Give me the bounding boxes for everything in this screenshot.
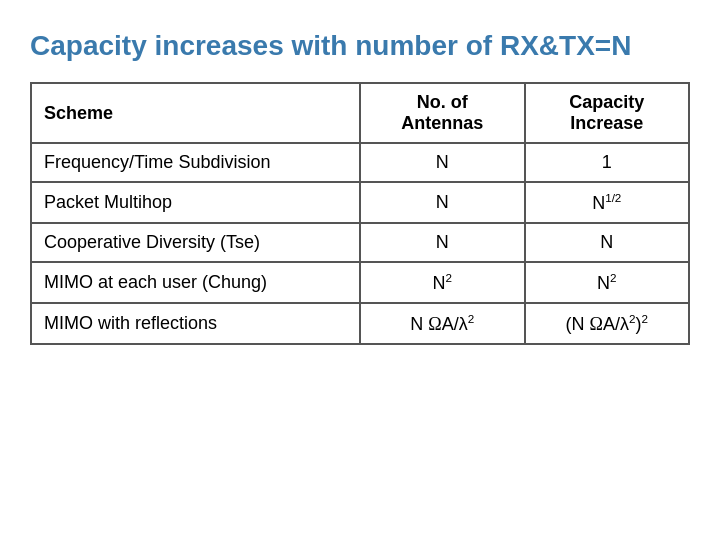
antennas-cell: N2 [360, 262, 525, 303]
header-capacity: CapacityIncrease [525, 83, 690, 143]
header-antennas: No. ofAntennas [360, 83, 525, 143]
table-row: MIMO at each user (Chung) N2 N2 [31, 262, 689, 303]
scheme-cell: Packet Multihop [31, 182, 360, 223]
table-wrapper: Scheme No. ofAntennas CapacityIncrease F… [30, 82, 690, 520]
antennas-cell: N [360, 223, 525, 262]
antennas-cell: N ΩA/λ2 [360, 303, 525, 344]
table-row: Cooperative Diversity (Tse) N N [31, 223, 689, 262]
antennas-cell: N [360, 182, 525, 223]
antennas-cell: N [360, 143, 525, 182]
table-row: MIMO with reflections N ΩA/λ2 (N ΩA/λ2)2 [31, 303, 689, 344]
table-row: Packet Multihop N N1/2 [31, 182, 689, 223]
scheme-cell: Frequency/Time Subdivision [31, 143, 360, 182]
table-row: Frequency/Time Subdivision N 1 [31, 143, 689, 182]
scheme-cell: MIMO at each user (Chung) [31, 262, 360, 303]
table-header-row: Scheme No. ofAntennas CapacityIncrease [31, 83, 689, 143]
main-page: Capacity increases with number of RX&TX=… [0, 0, 720, 540]
capacity-cell: (N ΩA/λ2)2 [525, 303, 690, 344]
capacity-cell: N1/2 [525, 182, 690, 223]
capacity-cell: N2 [525, 262, 690, 303]
scheme-cell: Cooperative Diversity (Tse) [31, 223, 360, 262]
capacity-table: Scheme No. ofAntennas CapacityIncrease F… [30, 82, 690, 345]
page-title: Capacity increases with number of RX&TX=… [30, 30, 690, 62]
capacity-cell: 1 [525, 143, 690, 182]
capacity-cell: N [525, 223, 690, 262]
scheme-cell: MIMO with reflections [31, 303, 360, 344]
header-scheme: Scheme [31, 83, 360, 143]
